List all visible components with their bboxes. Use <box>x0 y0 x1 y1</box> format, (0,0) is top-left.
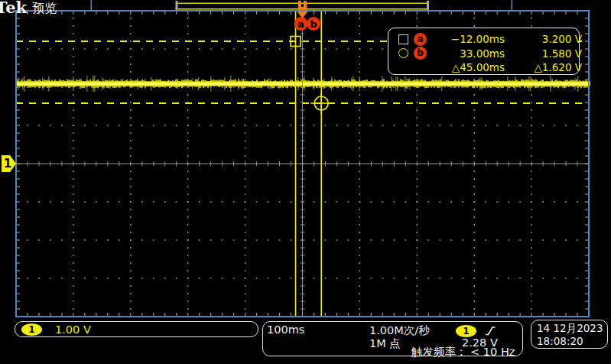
timebase-label: 100ms <box>267 323 304 336</box>
brand-and-mode: Tek预览 <box>0 0 57 18</box>
cursor-ab-badges[interactable]: a b <box>294 17 321 31</box>
datetime-box[interactable]: 14 12月2023 18:08:20 <box>531 320 608 349</box>
date-label: 14 12月2023 <box>537 322 607 335</box>
cursor-a-volt: 3.200 V <box>505 33 582 45</box>
cursor-b-circle-icon <box>398 48 408 58</box>
cursor-delta-time: △45.00ms <box>434 61 505 73</box>
cursor-a-badge-label: a <box>297 18 304 30</box>
cursor-b-badge-label: b <box>310 18 317 30</box>
cursor-b-badge: b <box>414 47 427 60</box>
ch1-waveform-trace <box>16 76 590 93</box>
cursor-b-volt: 1.580 V <box>505 47 582 60</box>
cursor-b-time: 33.00ms <box>434 47 505 60</box>
cursor-readout-box: a −12.00ms 3.200 V b 33.00ms 1.580 V △45… <box>388 28 580 75</box>
trigger-rising-slope-icon <box>485 325 496 336</box>
channel1-marker-label: 1 <box>4 157 11 171</box>
cursor-delta-volt: △1.620 V <box>505 61 582 73</box>
cursor-a-square-icon <box>398 34 408 44</box>
horizontal-acquisition-trigger-box[interactable]: 100ms 1.00M次/秒 1M 点 1 2.28 V 触发频率： < 10 … <box>262 321 523 356</box>
tek-logo: Tek <box>0 0 27 17</box>
window-right-bracket <box>427 1 429 10</box>
cursor-a-badge: a <box>414 33 427 46</box>
oscilloscope-screen: a b 1 Tek预览 a −12.00ms 3.200 V b 33.00ms… <box>0 0 611 364</box>
trigger-source-badge[interactable]: 1 <box>456 325 476 337</box>
window-left-bracket <box>176 1 178 10</box>
channel1-ground-marker[interactable]: 1 <box>2 155 16 172</box>
trigger-frequency-label: 触发频率： < 10 Hz <box>411 345 515 359</box>
time-label: 18:08:20 <box>537 335 607 348</box>
channel1-badge[interactable]: 1 <box>21 323 42 336</box>
record-length-label: 1M 点 <box>369 336 401 351</box>
channel1-scale-box[interactable]: 1 1.00 V <box>15 321 258 337</box>
preview-mode-label: 预览 <box>32 1 57 15</box>
cursor-a-time: −12.00ms <box>434 33 505 45</box>
channel1-scale-label: 1.00 V <box>55 323 91 336</box>
